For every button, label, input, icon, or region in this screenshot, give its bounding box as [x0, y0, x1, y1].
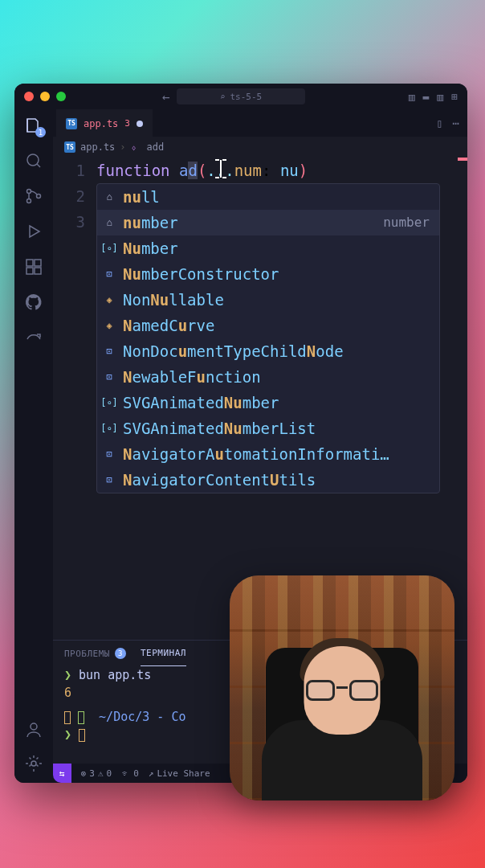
breadcrumb-file: app.ts	[80, 141, 115, 153]
line-number: 2	[53, 183, 85, 209]
toggle-secondary-icon[interactable]: ▥	[437, 91, 443, 103]
autocomplete-label: Number	[123, 235, 434, 261]
minimap[interactable]	[458, 158, 467, 640]
typescript-file-icon: TS	[64, 141, 75, 153]
typescript-file-icon: TS	[66, 118, 77, 129]
prompt-icon: ❯	[64, 668, 71, 682]
interface-icon: ⊡	[102, 344, 116, 358]
presenter	[258, 632, 426, 800]
autocomplete-item[interactable]: ⊡NonDocumentTypeChildNode	[97, 338, 439, 364]
autocomplete-item[interactable]: [∘]SVGAnimatedNumberList	[97, 416, 439, 441]
modified-indicator-icon	[137, 121, 143, 127]
status-ports[interactable]: ᯤ0	[121, 768, 139, 779]
close-window-button[interactable]	[24, 92, 34, 101]
tab-actions: ▯ ⋯	[436, 109, 459, 137]
titlebar: ← → ⌕ ts-5-5 ▥ ▬ ▥ ⊞	[14, 84, 467, 109]
tab-filename: app.ts	[84, 118, 118, 129]
svg-point-8	[31, 723, 37, 730]
prompt-box-icon	[64, 711, 71, 724]
keyword-icon: ⌂	[102, 190, 116, 204]
explorer-badge: 1	[35, 127, 46, 137]
autocomplete-item[interactable]: [∘]Number	[97, 235, 439, 261]
remote-button[interactable]: ⇆	[53, 764, 71, 783]
status-errors[interactable]: ⊗3 ⚠0	[81, 768, 112, 779]
line-gutter: 1 2 3	[53, 158, 96, 640]
liveshare-icon: ↗	[149, 768, 154, 779]
svg-point-2	[27, 199, 31, 203]
settings-gear-icon[interactable]	[24, 754, 43, 773]
variable-icon: [∘]	[102, 241, 116, 256]
autocomplete-item[interactable]: ⌂numbernumber	[97, 210, 439, 235]
command-center[interactable]: ⌕ ts-5-5	[177, 88, 305, 104]
more-actions-icon[interactable]: ⋯	[453, 117, 459, 129]
tab-app-ts[interactable]: TS app.ts 3	[56, 109, 153, 137]
toggle-panel-icon[interactable]: ▬	[423, 91, 430, 103]
status-liveshare[interactable]: ↗Live Share	[149, 768, 210, 779]
svg-rect-6	[26, 268, 33, 274]
terminal-command: bun app.ts	[79, 668, 151, 682]
chevron-right-icon: ›	[120, 141, 125, 153]
svg-point-1	[27, 190, 31, 194]
variable-icon: [∘]	[102, 395, 116, 410]
search-icon: ⌕	[220, 92, 226, 102]
activity-bar: 1	[14, 109, 53, 783]
class-icon: ◈	[102, 318, 116, 333]
code-editor[interactable]: 1 2 3 function ad(...num: nu) ⌂null⌂numb…	[53, 158, 467, 640]
interface-icon: ⊡	[102, 473, 116, 487]
autocomplete-item[interactable]: ⊡NumberConstructor	[97, 261, 439, 287]
split-editor-icon[interactable]: ▯	[436, 117, 442, 129]
autocomplete-label: NonNullable	[123, 287, 434, 313]
autocomplete-item[interactable]: ⊡NewableFunction	[97, 364, 439, 390]
autocomplete-item[interactable]: ⊡NavigatorAutomationInformati…	[97, 441, 439, 467]
share-icon[interactable]	[24, 328, 43, 347]
antenna-icon: ᯤ	[121, 768, 130, 779]
autocomplete-label: SVGAnimatedNumberList	[123, 416, 434, 441]
minimize-window-button[interactable]	[40, 92, 50, 101]
autocomplete-popup[interactable]: ⌂null⌂numbernumber[∘]Number⊡NumberConstr…	[96, 183, 440, 493]
autocomplete-label: null	[123, 184, 434, 210]
toggle-sidebar-icon[interactable]: ▥	[409, 91, 415, 103]
nav-back-icon[interactable]: ←	[162, 89, 170, 104]
tab-terminal[interactable]: ТЕРМИНАЛ	[141, 641, 186, 666]
interface-icon: ⊡	[102, 447, 116, 461]
source-control-icon[interactable]	[24, 186, 43, 206]
svg-rect-5	[35, 260, 41, 266]
maximize-window-button[interactable]	[56, 92, 66, 101]
github-icon[interactable]	[24, 293, 43, 312]
code-line-1: function ad(...num: nu)	[96, 158, 458, 183]
variable-icon: [∘]	[102, 421, 116, 436]
autocomplete-label: NonDocumentTypeChildNode	[123, 338, 434, 364]
search-activity-icon[interactable]	[24, 151, 43, 170]
class-icon: ◈	[102, 293, 116, 307]
tab-error-count: 3	[124, 118, 130, 129]
prompt-icon: ❯	[64, 727, 71, 742]
error-icon: ⊗	[81, 768, 87, 779]
svg-rect-7	[35, 268, 41, 274]
webcam-overlay	[230, 575, 454, 800]
autocomplete-item[interactable]: ⌂null	[97, 184, 439, 210]
autocomplete-item[interactable]: ◈NamedCurve	[97, 313, 439, 338]
explorer-icon[interactable]: 1	[24, 116, 43, 135]
autocomplete-item[interactable]: ⊡NavigatorContentUtils	[97, 467, 439, 493]
layout-grid-icon[interactable]: ⊞	[451, 91, 458, 103]
code-content[interactable]: function ad(...num: nu) ⌂null⌂numbernumb…	[96, 158, 458, 640]
line-number: 3	[53, 209, 85, 235]
autocomplete-label: NavigatorContentUtils	[123, 467, 434, 493]
autocomplete-label: number	[123, 210, 377, 235]
autocomplete-item[interactable]: [∘]SVGAnimatedNumber	[97, 390, 439, 416]
breadcrumb[interactable]: TS app.ts › ⬨ add	[53, 137, 467, 158]
text-cursor-icon	[213, 158, 229, 180]
remote-icon: ⇆	[59, 768, 65, 779]
svg-point-3	[37, 194, 41, 199]
autocomplete-label: NewableFunction	[123, 364, 434, 390]
autocomplete-item[interactable]: ◈NonNullable	[97, 287, 439, 313]
extensions-icon[interactable]	[24, 257, 43, 276]
tab-problems[interactable]: ПРОБЛЕМЫ 3	[64, 648, 126, 659]
terminal-path: ~/Doc/3 - Co	[99, 710, 185, 724]
breadcrumb-symbol: add	[147, 141, 165, 153]
svg-point-9	[31, 761, 36, 766]
terminal-cursor	[79, 729, 85, 742]
warning-icon: ⚠	[98, 768, 104, 779]
debug-icon[interactable]	[24, 222, 43, 241]
account-icon[interactable]	[24, 720, 43, 739]
